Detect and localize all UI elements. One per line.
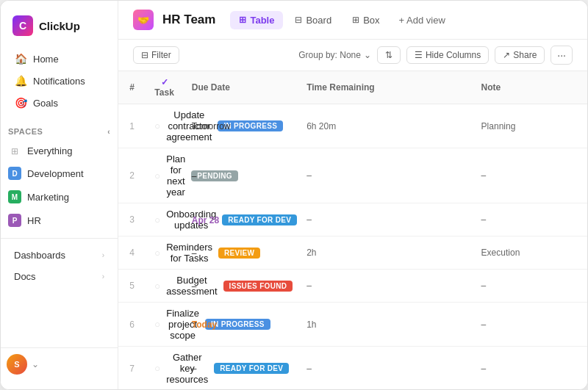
sort-button[interactable]: ⇅ <box>377 46 401 64</box>
main-content: 🤝 HR Team ⊞ Table ⊟ Board ⊞ Box + Add vi… <box>118 1 587 389</box>
docs-arrow-icon: › <box>102 272 104 281</box>
table-body: 1 ○ Update contractor agreement IN PROGR… <box>118 104 587 390</box>
dashboards-label: Dashboards <box>14 250 65 261</box>
col-num-header: # <box>118 71 146 104</box>
row-note: – <box>473 148 587 203</box>
user-section[interactable]: S ⌄ <box>7 354 112 375</box>
table-row[interactable]: 2 ○ Plan for next year PENDING – – – <box>118 148 587 203</box>
group-by-selector[interactable]: Group by: None ⌄ <box>298 50 371 60</box>
sidebar-item-development-label: Development <box>27 168 84 179</box>
row-time-remaining: – <box>298 203 472 236</box>
sidebar-item-dashboards[interactable]: Dashboards › <box>7 245 112 266</box>
row-num: 7 <box>118 347 146 390</box>
row-task-name: Plan for next year <box>166 154 185 198</box>
sidebar-item-goals[interactable]: 🎯 Goals <box>7 92 112 114</box>
logo-icon: C <box>12 15 33 36</box>
row-note: Execution <box>473 236 587 270</box>
page-title: HR Team <box>162 12 215 27</box>
col-time-header: Time Remaining <box>298 71 472 104</box>
row-status-badge: PENDING <box>191 170 238 181</box>
main-header: 🤝 HR Team ⊞ Table ⊟ Board ⊞ Box + Add vi… <box>118 1 587 40</box>
row-note: – <box>473 270 587 303</box>
filter-icon: ⊟ <box>141 50 148 60</box>
more-icon: ··· <box>557 49 566 61</box>
share-button[interactable]: ↗ Share <box>495 46 545 64</box>
sidebar-footer: S ⌄ <box>1 347 118 380</box>
sidebar-item-notifications[interactable]: 🔔 Notifications <box>7 70 112 92</box>
col-note-header: Note <box>473 71 587 104</box>
spaces-section: Spaces ‹ ⊞ Everything D Development M Ma… <box>1 123 118 232</box>
tab-board-label: Board <box>306 15 331 26</box>
group-by-arrow-icon: ⌄ <box>364 50 371 60</box>
check-icon: ✓ <box>161 77 168 87</box>
docs-label: Docs <box>14 271 36 282</box>
row-num: 6 <box>118 303 146 347</box>
logo[interactable]: C ClickUp <box>1 10 118 48</box>
sort-icon: ⇅ <box>385 50 392 60</box>
hide-columns-icon: ☰ <box>415 50 423 60</box>
table-row[interactable]: 7 ○ Gather key resources READY FOR DEV –… <box>118 347 587 390</box>
filter-label: Filter <box>151 50 171 60</box>
more-options-button[interactable]: ··· <box>551 46 573 65</box>
sidebar-item-development[interactable]: D Development <box>1 162 118 185</box>
sidebar-item-home[interactable]: 🏠 Home <box>7 48 112 70</box>
row-task-name: Gather key resources <box>166 352 208 385</box>
task-table: # ✓ Task Due Date Time Remaining Note 1 … <box>118 71 587 389</box>
sidebar-item-docs[interactable]: Docs › <box>7 266 112 287</box>
page-icon: 🤝 <box>133 10 154 30</box>
table-row[interactable]: 5 ○ Budget assessment ISSUES FOUND – – – <box>118 270 587 303</box>
add-view-button[interactable]: + Add view <box>392 11 453 29</box>
development-icon: D <box>8 167 21 180</box>
goals-icon: 🎯 <box>14 97 27 109</box>
spaces-header[interactable]: Spaces ‹ <box>1 123 118 140</box>
col-duedate-header: Due Date <box>183 71 298 104</box>
row-num: 3 <box>118 203 146 236</box>
row-checkbox[interactable]: ○ <box>154 319 160 330</box>
tab-box[interactable]: ⊞ Box <box>343 11 388 29</box>
row-time-remaining: – <box>298 148 472 203</box>
tab-table[interactable]: ⊞ Table <box>230 11 283 29</box>
avatar: S <box>7 354 27 375</box>
table-row[interactable]: 3 ○ Onboarding updates READY FOR DEV Apr… <box>118 203 587 236</box>
hide-columns-label: Hide Columns <box>426 50 481 60</box>
row-note: – <box>473 347 587 390</box>
row-time-remaining: – <box>298 270 472 303</box>
everything-icon: ⊞ <box>8 146 21 156</box>
sidebar-item-marketing-label: Marketing <box>27 192 69 203</box>
col-task-header: ✓ Task <box>146 71 182 104</box>
tab-board[interactable]: ⊟ Board <box>286 11 340 29</box>
spaces-arrow-icon: ‹ <box>107 128 110 136</box>
sidebar-item-home-label: Home <box>33 54 59 65</box>
spaces-label: Spaces <box>8 127 43 136</box>
table-row[interactable]: 1 ○ Update contractor agreement IN PROGR… <box>118 104 587 148</box>
avatar-initials: S <box>14 360 19 369</box>
sidebar-item-goals-label: Goals <box>33 98 58 109</box>
row-checkbox[interactable]: ○ <box>154 170 160 181</box>
row-checkbox[interactable]: ○ <box>154 248 160 259</box>
table-row[interactable]: 6 ○ Finalize project scope IN PROGRESS T… <box>118 303 587 347</box>
filter-button[interactable]: ⊟ Filter <box>133 46 179 64</box>
sidebar-bottom: Dashboards › Docs › <box>1 238 118 287</box>
row-status-badge: ISSUES FOUND <box>223 281 293 292</box>
row-checkbox[interactable]: ○ <box>154 214 160 225</box>
row-checkbox[interactable]: ○ <box>154 363 160 374</box>
home-icon: 🏠 <box>14 53 27 65</box>
row-note: – <box>473 303 587 347</box>
share-label: Share <box>513 50 537 60</box>
hide-columns-button[interactable]: ☰ Hide Columns <box>406 46 489 64</box>
sidebar-item-marketing[interactable]: M Marketing <box>1 185 118 209</box>
table-header-row: # ✓ Task Due Date Time Remaining Note <box>118 71 587 104</box>
view-tabs: ⊞ Table ⊟ Board ⊞ Box + Add view <box>230 11 452 29</box>
row-task-name: Reminders for Tasks <box>166 242 212 264</box>
table-row[interactable]: 4 ○ Reminders for Tasks REVIEW – 2h Exec… <box>118 236 587 270</box>
share-icon: ↗ <box>503 50 510 60</box>
row-checkbox[interactable]: ○ <box>154 120 160 131</box>
sidebar-item-everything[interactable]: ⊞ Everything <box>1 140 118 162</box>
row-checkbox[interactable]: ○ <box>154 281 160 292</box>
row-time-remaining: 6h 20m <box>298 104 472 148</box>
board-tab-icon: ⊟ <box>295 15 302 25</box>
table-container: # ✓ Task Due Date Time Remaining Note 1 … <box>118 71 587 389</box>
sidebar: C ClickUp 🏠 Home 🔔 Notifications 🎯 Goals… <box>1 1 118 389</box>
tab-table-label: Table <box>250 15 274 26</box>
sidebar-item-hr[interactable]: P HR <box>1 209 118 232</box>
